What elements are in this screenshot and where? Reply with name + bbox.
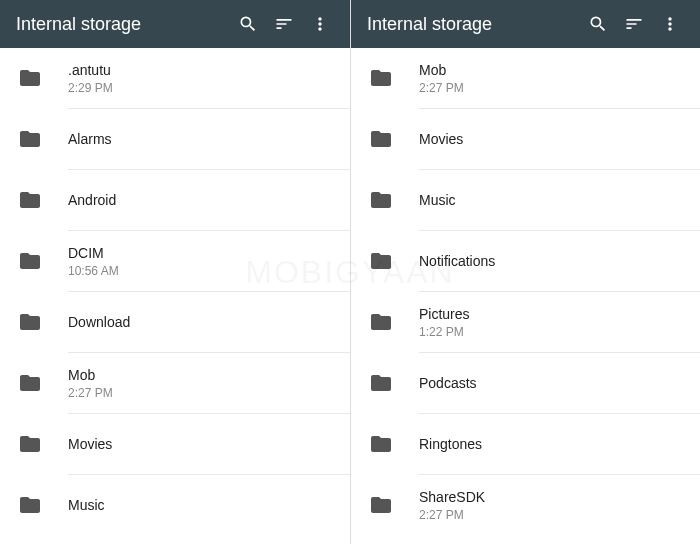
item-text: Mob2:27 PM [419,61,684,95]
folder-name: Alarms [68,130,334,148]
page-title: Internal storage [363,14,580,35]
folder-list: Mob2:27 PMMoviesMusicNotificationsPictur… [351,48,700,544]
folder-name: DCIM [68,244,334,262]
folder-icon [367,491,395,519]
list-item[interactable]: DCIM10:56 AM [0,231,350,291]
folder-icon [16,64,44,92]
folder-icon [16,369,44,397]
folder-time: 10:56 AM [68,264,334,278]
folder-icon [367,369,395,397]
folder-icon [367,125,395,153]
page-title: Internal storage [12,14,230,35]
folder-icon [16,430,44,458]
more-icon[interactable] [302,6,338,42]
folder-list: .antutu2:29 PMAlarmsAndroidDCIM10:56 AMD… [0,48,350,544]
list-item[interactable]: Ringtones [351,414,700,474]
list-item[interactable]: Pictures1:22 PM [351,292,700,352]
item-text: Pictures1:22 PM [419,305,684,339]
folder-name: Movies [68,435,334,453]
list-item[interactable]: .antutu2:29 PM [0,48,350,108]
list-item[interactable]: Podcasts [351,353,700,413]
list-item[interactable]: Download [0,292,350,352]
list-item[interactable]: Music [0,475,350,535]
folder-icon [16,247,44,275]
folder-time: 2:27 PM [419,81,684,95]
folder-name: Mob [68,366,334,384]
item-text: Music [68,496,334,514]
item-text: Download [68,313,334,331]
screen-right: Internal storage Mob2:27 PMMoviesMusicNo… [350,0,700,544]
folder-name: Mob [419,61,684,79]
appbar: Internal storage [0,0,350,48]
folder-time: 2:29 PM [68,81,334,95]
search-icon[interactable] [230,6,266,42]
list-item[interactable]: Notifications [351,231,700,291]
folder-time: 2:27 PM [68,386,334,400]
folder-icon [16,491,44,519]
folder-name: Download [68,313,334,331]
screen-left: Internal storage .antutu2:29 PMAlarmsAnd… [0,0,350,544]
list-item[interactable]: Movies [351,109,700,169]
folder-name: Music [419,191,684,209]
item-text: Android [68,191,334,209]
item-text: Notifications [419,252,684,270]
more-icon[interactable] [652,6,688,42]
item-text: Podcasts [419,374,684,392]
list-item[interactable]: Alarms [0,109,350,169]
list-item[interactable]: Music [351,170,700,230]
folder-icon [16,125,44,153]
item-text: ShareSDK2:27 PM [419,488,684,522]
folder-name: Android [68,191,334,209]
item-text: .antutu2:29 PM [68,61,334,95]
folder-icon [16,186,44,214]
item-text: Movies [419,130,684,148]
folder-name: .antutu [68,61,334,79]
folder-icon [367,186,395,214]
sort-icon[interactable] [616,6,652,42]
folder-name: Movies [419,130,684,148]
list-item[interactable]: Movies [0,414,350,474]
item-text: Music [419,191,684,209]
folder-icon [367,308,395,336]
sort-icon[interactable] [266,6,302,42]
folder-icon [367,64,395,92]
folder-icon [16,308,44,336]
item-text: Movies [68,435,334,453]
folder-name: ShareSDK [419,488,684,506]
folder-name: Ringtones [419,435,684,453]
folder-name: Music [68,496,334,514]
list-item[interactable]: Mob2:27 PM [351,48,700,108]
item-text: Mob2:27 PM [68,366,334,400]
search-icon[interactable] [580,6,616,42]
folder-name: Podcasts [419,374,684,392]
item-text: DCIM10:56 AM [68,244,334,278]
folder-name: Pictures [419,305,684,323]
folder-icon [367,247,395,275]
appbar: Internal storage [351,0,700,48]
item-text: Alarms [68,130,334,148]
folder-icon [367,430,395,458]
list-item[interactable]: ShareSDK2:27 PM [351,475,700,535]
item-text: Ringtones [419,435,684,453]
list-item[interactable]: Mob2:27 PM [0,353,350,413]
folder-time: 1:22 PM [419,325,684,339]
folder-time: 2:27 PM [419,508,684,522]
folder-name: Notifications [419,252,684,270]
list-item[interactable]: Android [0,170,350,230]
